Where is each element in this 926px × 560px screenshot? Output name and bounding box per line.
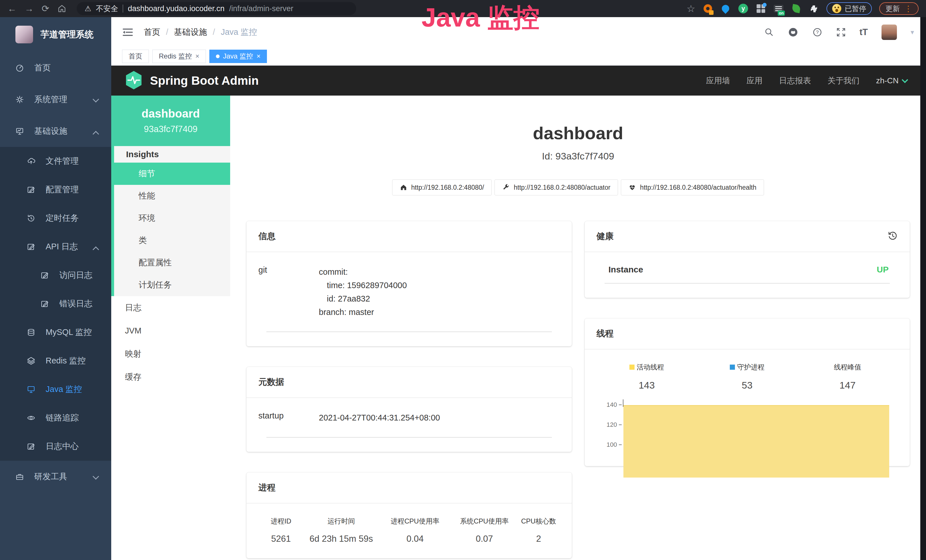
- sidebar-item-dev-tools[interactable]: 研发工具: [0, 461, 111, 492]
- sidebar-item-error-logs[interactable]: 错误日志: [0, 289, 111, 318]
- history-icon[interactable]: [888, 231, 898, 242]
- process-table-values: 5261 6d 23h 15m 59s 0.04 0.07 2: [259, 526, 560, 544]
- grid-extension-icon[interactable]: [756, 3, 766, 14]
- app-logo: [15, 26, 33, 43]
- sba-menu-scheduled-tasks[interactable]: 计划任务: [114, 274, 230, 296]
- sidebar-item-system[interactable]: 系统管理: [0, 83, 111, 115]
- search-icon[interactable]: [764, 27, 774, 37]
- instance-links: http://192.168.0.2:48080/ http://192.168…: [247, 179, 910, 195]
- sba-menu-environment[interactable]: 环境: [114, 207, 230, 229]
- monitor-icon: [27, 385, 45, 394]
- paused-label: 已暂停: [845, 4, 866, 14]
- sba-menu-mappings[interactable]: 映射: [111, 342, 230, 365]
- font-size-icon[interactable]: tT: [859, 27, 868, 37]
- sidebar-item-tracing[interactable]: 链路追踪: [0, 404, 111, 432]
- tab-redis-monitor[interactable]: Redis 监控 ×: [152, 50, 206, 63]
- switch-on-extension-icon[interactable]: on: [773, 3, 784, 14]
- health-url-button[interactable]: http://192.168.0.2:48080/actuator/health: [621, 179, 764, 195]
- bookmark-star-icon[interactable]: ☆: [687, 3, 695, 14]
- sba-menu-metrics[interactable]: 性能: [114, 185, 230, 207]
- sba-menu-details[interactable]: 细节: [114, 163, 230, 185]
- sidebar-item-infra[interactable]: 基础设施: [0, 115, 111, 147]
- annotation-java-monitor: Java 监控: [422, 0, 540, 35]
- address-bar[interactable]: ⚠ 不安全 dashboard.yudao.iocoder.cn /infra/…: [77, 2, 356, 15]
- threads-chart-plot: [623, 403, 898, 466]
- threads-card-header: 线程: [585, 318, 910, 350]
- sidebar-item-mysql-monitor[interactable]: MySQL 监控: [0, 318, 111, 347]
- pin-extension-icon[interactable]: [720, 3, 731, 14]
- collapse-menu-icon[interactable]: [122, 27, 133, 37]
- browser-home-icon[interactable]: [57, 4, 67, 13]
- sidebar-item-redis-monitor[interactable]: Redis 监控: [0, 347, 111, 375]
- info-card-header: 信息: [247, 221, 572, 252]
- extensions-puzzle-icon[interactable]: [809, 3, 819, 14]
- system-cpu-value: 0.07: [451, 534, 517, 544]
- page-scrollbar[interactable]: [920, 17, 926, 560]
- avatar[interactable]: [882, 24, 897, 40]
- health-card: 健康 Instance UP: [585, 221, 910, 298]
- emoji-face-icon: [832, 4, 841, 13]
- sidebar-item-config-manage[interactable]: 配置管理: [0, 176, 111, 204]
- green-y-extension-icon[interactable]: y: [738, 3, 748, 14]
- health-instance-row: Instance UP: [597, 261, 898, 274]
- sba-nav-journal[interactable]: 日志报表: [779, 75, 811, 86]
- sba-menu-caches[interactable]: 缓存: [111, 365, 230, 389]
- uptime-value: 6d 23h 15m 59s: [303, 534, 379, 544]
- github-icon[interactable]: [788, 27, 799, 38]
- sidebar-item-access-logs[interactable]: 访问日志: [0, 261, 111, 289]
- avatar-caret-icon[interactable]: ▾: [911, 28, 914, 36]
- update-label: 更新: [885, 4, 900, 14]
- sidebar-item-file-manage[interactable]: 文件管理: [0, 147, 111, 176]
- threads-chart-y-axis: 140 120 100: [597, 403, 623, 466]
- sba-menu-config-props[interactable]: 配置属性: [114, 251, 230, 274]
- tab-java-monitor[interactable]: Java 监控 ×: [209, 50, 267, 63]
- url-path: /infra/admin-server: [229, 4, 293, 13]
- tab-home[interactable]: 首页: [122, 50, 149, 63]
- back-icon[interactable]: ←: [8, 4, 17, 13]
- breadcrumb-home[interactable]: 首页: [144, 27, 160, 38]
- fullscreen-icon[interactable]: [836, 27, 846, 37]
- breadcrumb-separator: /: [166, 27, 168, 37]
- browser-toolbar-right: ☆ y on 已暂停 更新 ⋮: [687, 2, 918, 15]
- sba-locale-select[interactable]: zh-CN: [876, 76, 907, 85]
- svg-text:?: ?: [816, 30, 819, 35]
- sba-menu-jvm[interactable]: JVM: [111, 319, 230, 342]
- sidebar-item-log-center[interactable]: 日志中心: [0, 432, 111, 461]
- close-icon[interactable]: ×: [256, 52, 260, 60]
- close-icon[interactable]: ×: [195, 52, 199, 60]
- breadcrumb-infra[interactable]: 基础设施: [174, 27, 207, 38]
- sba-sidebar: dashboard 93a3fc7f7409 Insights 细节 性能 环境…: [111, 95, 230, 560]
- app-logo-row: 芋道管理系统: [0, 17, 111, 52]
- sba-nav-about[interactable]: 关于我们: [828, 75, 859, 86]
- help-icon[interactable]: ?: [812, 27, 823, 37]
- legend-swatch-daemon: [730, 365, 735, 370]
- screen: ← → ⟳ ⚠ 不安全 dashboard.yudao.iocoder.cn /…: [0, 0, 926, 560]
- threads-area-series: [623, 405, 890, 478]
- edit-icon: [27, 185, 45, 194]
- service-url-button[interactable]: http://192.168.0.2:48080/: [392, 179, 492, 195]
- app-title: 芋道管理系统: [41, 29, 94, 41]
- wrench-icon: [502, 184, 510, 191]
- kebab-menu-icon[interactable]: ⋮: [904, 4, 912, 14]
- sba-menu-classes[interactable]: 类: [114, 229, 230, 251]
- sba-nav-wallboard[interactable]: 应用墙: [706, 75, 730, 86]
- status-badge: UP: [877, 265, 889, 274]
- reload-icon[interactable]: ⟳: [42, 4, 49, 13]
- sidebar-item-scheduled-jobs[interactable]: 定时任务: [0, 204, 111, 233]
- sidebar-item-java-monitor[interactable]: Java 监控: [0, 375, 111, 404]
- sidebar-item-api-logs[interactable]: API 日志: [0, 233, 111, 261]
- sba-menu-logs[interactable]: 日志: [111, 296, 230, 319]
- forward-icon[interactable]: →: [24, 4, 34, 13]
- sidebar-item-home[interactable]: 首页: [0, 52, 111, 83]
- edit-icon: [27, 242, 45, 251]
- peak-threads-value: 147: [797, 380, 898, 391]
- leaf-extension-icon[interactable]: [791, 3, 801, 14]
- paused-profile-pill[interactable]: 已暂停: [826, 2, 872, 15]
- actuator-url-button[interactable]: http://192.168.0.2:48080/actuator: [495, 179, 618, 195]
- card-title: 进程: [259, 482, 275, 493]
- threads-legend: 活动线程 守护进程 线程峰值: [597, 363, 898, 372]
- sba-instance-header[interactable]: dashboard 93a3fc7f7409: [111, 95, 230, 146]
- browser-update-button[interactable]: 更新 ⋮: [879, 2, 918, 15]
- sba-nav-applications[interactable]: 应用: [747, 75, 763, 86]
- colorpicker-extension-icon[interactable]: [703, 3, 713, 14]
